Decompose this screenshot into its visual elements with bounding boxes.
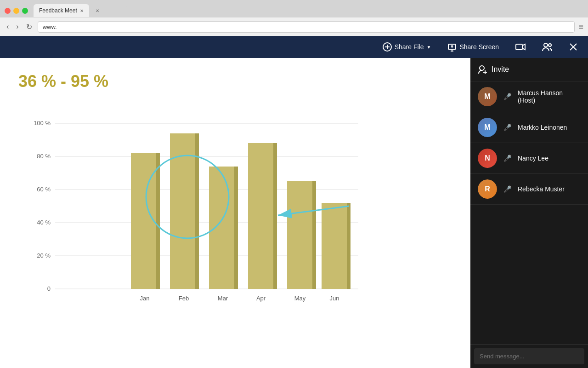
traffic-lights [5, 8, 28, 14]
bar-chart: 100 % 80 % 60 % 40 % 20 % 0 Jan Feb Mar … [18, 105, 368, 316]
svg-point-9 [548, 44, 551, 46]
share-screen-icon [447, 42, 457, 52]
app-header: Share File ▼ Share Screen [0, 36, 588, 58]
back-button[interactable]: ‹ [5, 22, 11, 32]
participant-marcus: M 🎤 Marcus Hanson (Host) [470, 81, 588, 112]
avatar-nancy: N [478, 149, 497, 168]
chart-title: 36 % - 95 % [18, 72, 452, 91]
svg-text:20 %: 20 % [37, 252, 51, 259]
people-icon [542, 42, 552, 52]
mic-icon-rebecka: 🎤 [503, 185, 511, 193]
bar-feb [170, 133, 195, 289]
avatar-markko: M [478, 118, 497, 137]
bar-jun [322, 203, 347, 289]
svg-text:60 %: 60 % [37, 186, 51, 193]
tab-label: Feedback Meet [39, 7, 77, 14]
svg-text:Feb: Feb [179, 295, 189, 302]
svg-text:Jan: Jan [140, 295, 150, 302]
sidebar: Invite M 🎤 Marcus Hanson (Host) M 🎤 Mark… [470, 58, 588, 368]
avatar-rebecka: R [478, 179, 497, 199]
share-file-button[interactable]: Share File ▼ [378, 40, 436, 54]
mic-icon-markko: 🎤 [503, 124, 511, 131]
participant-markko: M 🎤 Markko Leinonen [470, 112, 588, 143]
bar-jan [131, 153, 156, 289]
tab-feedback-meet[interactable]: Feedback Meet ✕ [34, 4, 89, 17]
bar-jun-shadow [347, 203, 351, 289]
bar-may-shadow [312, 181, 316, 289]
forward-button[interactable]: › [14, 22, 20, 32]
video-icon [515, 42, 526, 52]
tab-empty-close[interactable]: ✕ [96, 8, 99, 13]
maximize-button[interactable] [22, 8, 28, 14]
svg-text:Jun: Jun [330, 295, 339, 302]
invite-label: Invite [492, 65, 509, 74]
share-file-dropdown-icon: ▼ [426, 45, 431, 50]
content-area: 36 % - 95 % 100 % 80 % 60 % 40 % 20 % 0 … [0, 58, 470, 368]
close-meeting-icon [569, 42, 578, 52]
svg-point-8 [544, 43, 548, 47]
participant-name-markko: Markko Leinonen [518, 124, 567, 131]
participant-nancy: N 🎤 Nancy Lee [470, 143, 588, 174]
tab-close-button[interactable]: ✕ [80, 8, 84, 13]
main-layout: 36 % - 95 % 100 % 80 % 60 % 40 % 20 % 0 … [0, 58, 588, 368]
chat-input[interactable] [474, 348, 584, 364]
invite-icon [478, 64, 488, 75]
bar-jan-shadow [156, 153, 160, 289]
mic-icon-nancy: 🎤 [503, 155, 511, 162]
invite-button[interactable]: Invite [470, 58, 588, 81]
bar-mar [209, 167, 234, 289]
bar-mar-shadow [234, 167, 238, 289]
reload-button[interactable]: ↻ [24, 22, 34, 32]
svg-text:Apr: Apr [256, 295, 266, 302]
svg-text:0: 0 [47, 285, 51, 292]
svg-text:May: May [294, 295, 306, 302]
bar-apr [248, 143, 273, 289]
svg-point-31 [480, 66, 484, 70]
tab-empty[interactable]: ✕ [90, 4, 127, 17]
video-button[interactable] [511, 39, 530, 55]
participant-name-rebecka: Rebecka Muster [518, 185, 565, 193]
menu-icon[interactable]: ≡ [578, 22, 583, 32]
svg-text:80 %: 80 % [37, 153, 51, 160]
avatar-marcus: M [478, 87, 497, 106]
tab-bar: Feedback Meet ✕ ✕ [34, 4, 127, 17]
share-file-label: Share File [395, 43, 424, 51]
share-screen-label: Share Screen [459, 43, 499, 51]
close-meeting-button[interactable] [564, 40, 582, 54]
nav-bar: ‹ › ↻ ≡ [0, 17, 588, 36]
svg-text:100 %: 100 % [34, 120, 51, 126]
people-button[interactable] [537, 39, 557, 55]
share-screen-button[interactable]: Share Screen [443, 40, 503, 54]
bar-apr-shadow [273, 143, 277, 289]
svg-rect-7 [516, 44, 522, 50]
address-bar[interactable] [38, 21, 575, 33]
svg-text:40 %: 40 % [37, 219, 51, 226]
participant-name-marcus: Marcus Hanson (Host) [518, 89, 581, 104]
bar-may [287, 181, 312, 289]
participant-name-nancy: Nancy Lee [518, 155, 548, 162]
minimize-button[interactable] [13, 8, 19, 14]
share-file-icon [383, 42, 392, 52]
svg-text:Mar: Mar [218, 295, 228, 302]
close-button[interactable] [5, 8, 11, 14]
participant-rebecka: R 🎤 Rebecka Muster [470, 174, 588, 205]
chat-area [470, 344, 588, 368]
participants-list: M 🎤 Marcus Hanson (Host) M 🎤 Markko Lein… [470, 81, 588, 344]
mic-icon-marcus: 🎤 [503, 93, 511, 100]
